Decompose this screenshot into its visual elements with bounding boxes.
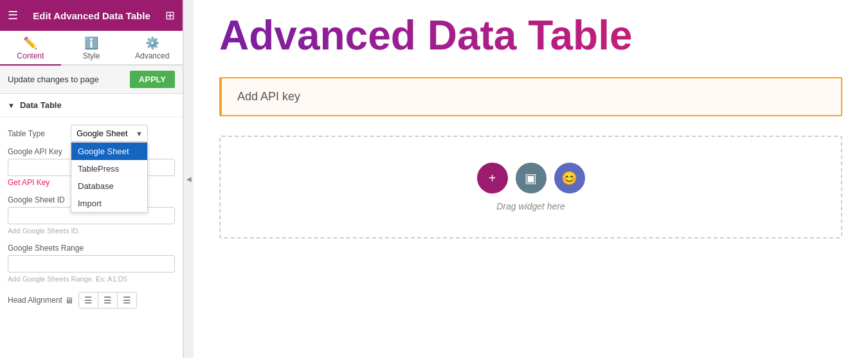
add-icon: + [489, 171, 496, 186]
api-key-box-text: Add API key [237, 90, 300, 103]
align-center-button[interactable]: ☰ [98, 292, 118, 308]
get-api-key-link[interactable]: Get API Key [8, 178, 50, 187]
align-left-button[interactable]: ☰ [79, 292, 98, 308]
google-sheets-range-input[interactable] [8, 255, 175, 273]
style-tab-icon: ℹ️ [84, 36, 98, 50]
dropdown-item-google-sheet[interactable]: Google Sheet [71, 143, 147, 160]
alignment-buttons: ☰ ☰ ☰ [78, 292, 137, 309]
emoji-button[interactable]: 😊 [554, 163, 585, 193]
collapse-icon: ◀ [186, 175, 192, 183]
section-arrow-icon: ▼ [8, 102, 15, 109]
drag-widget-icons: + ▣ 😊 [477, 163, 585, 193]
table-type-select[interactable]: Google Sheet TablePress Database Import [71, 125, 148, 142]
dropdown-item-tablepress[interactable]: TablePress [71, 160, 147, 177]
sidebar-title: Edit Advanced Data Table [18, 10, 165, 21]
form-area: Table Type Google Sheet TablePress Datab… [0, 117, 183, 324]
grid-icon[interactable]: ⊞ [165, 8, 175, 22]
tab-style[interactable]: ℹ️ Style [61, 31, 122, 66]
main-content: Advanced Data Table Add API key + ▣ 😊 Dr… [194, 0, 868, 358]
google-sheets-range-label: Google Sheets Range [8, 244, 175, 253]
sidebar-header: ☰ Edit Advanced Data Table ⊞ [0, 0, 183, 31]
dropdown-item-database[interactable]: Database [71, 177, 147, 195]
dropdown-item-import[interactable]: Import [71, 195, 147, 212]
head-alignment-text: Head Alignment [8, 296, 62, 305]
tabs-bar: ✏️ Content ℹ️ Style ⚙️ Advanced [0, 31, 183, 66]
collapse-handle[interactable]: ◀ [183, 0, 194, 358]
drag-widget-label: Drag widget here [496, 201, 565, 211]
table-type-row: Table Type Google Sheet TablePress Datab… [8, 125, 175, 142]
google-sheets-range-hint: Add Google Sheets Range. Ex: A1:D5 [8, 275, 127, 283]
widget-button[interactable]: ▣ [516, 163, 547, 193]
content-tab-label: Content [17, 51, 44, 60]
style-tab-label: Style [83, 51, 100, 60]
google-sheets-range-row: Google Sheets Range Add Google Sheets Ra… [8, 244, 175, 284]
head-alignment-row: Head Alignment 🖥 ☰ ☰ ☰ [8, 292, 175, 309]
tab-advanced[interactable]: ⚙️ Advanced [122, 31, 183, 66]
add-widget-button[interactable]: + [477, 163, 508, 193]
monitor-icon: 🖥 [65, 296, 73, 305]
head-alignment-label: Head Alignment 🖥 [8, 296, 73, 305]
sidebar: ☰ Edit Advanced Data Table ⊞ ✏️ Content … [0, 0, 183, 358]
hamburger-icon[interactable]: ☰ [8, 8, 18, 22]
table-type-select-container: Google Sheet TablePress Database Import … [71, 125, 148, 142]
widget-icon: ▣ [525, 170, 537, 186]
align-right-button[interactable]: ☰ [118, 292, 136, 308]
data-table-section-header[interactable]: ▼ Data Table [0, 94, 183, 117]
update-bar: Update changes to page APPLY [0, 66, 183, 94]
advanced-tab-label: Advanced [135, 51, 169, 60]
content-tab-icon: ✏️ [23, 36, 37, 50]
table-type-select-wrapper[interactable]: Google Sheet TablePress Database Import … [71, 125, 148, 142]
section-label: Data Table [20, 100, 62, 110]
table-type-dropdown: Google Sheet TablePress Database Import [71, 142, 148, 213]
emoji-icon: 😊 [561, 170, 577, 186]
apply-button[interactable]: APPLY [130, 71, 175, 88]
update-label: Update changes to page [8, 75, 99, 84]
api-key-box: Add API key [219, 77, 842, 116]
page-title: Advanced Data Table [219, 13, 842, 58]
google-sheet-id-hint: Add Google Sheets ID. [8, 227, 80, 235]
drag-widget-area[interactable]: + ▣ 😊 Drag widget here [219, 136, 842, 238]
tab-content[interactable]: ✏️ Content [0, 31, 61, 66]
table-type-label: Table Type [8, 129, 66, 138]
advanced-tab-icon: ⚙️ [145, 36, 159, 50]
